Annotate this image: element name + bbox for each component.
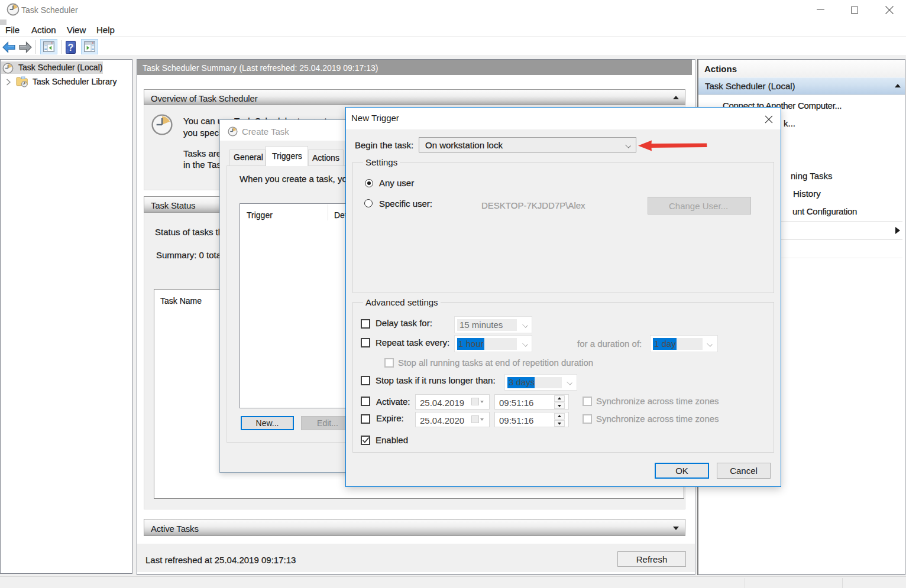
svg-text:?: ?: [68, 43, 74, 53]
